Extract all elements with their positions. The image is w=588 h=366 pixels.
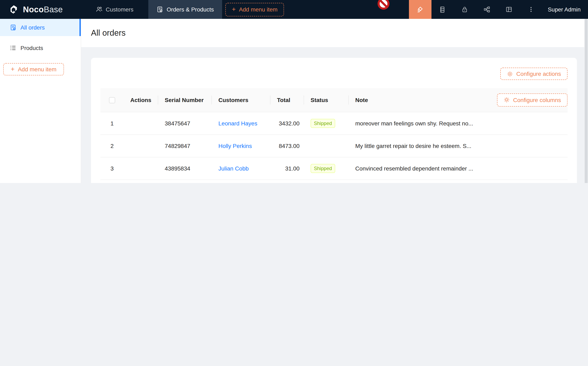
- plus-icon: +: [11, 66, 15, 73]
- row-actions-cell: [124, 180, 158, 183]
- select-all-header: [100, 88, 124, 112]
- main-area: All orders Configure actions: [81, 19, 588, 183]
- status-cell: [304, 180, 349, 183]
- table-toolbar: Configure actions: [100, 68, 567, 80]
- table-row: 274829847Holly Perkins8473.00My little g…: [100, 134, 567, 157]
- logo-text: NocoBase: [23, 5, 63, 14]
- column-header-note: Note: [349, 88, 486, 112]
- add-menu-item-label: Add menu item: [239, 6, 277, 13]
- note-cell: Convinced resembled dependent remainder …: [349, 157, 486, 180]
- status-cell: [304, 134, 349, 157]
- row-index: 1: [100, 112, 124, 134]
- customer-link[interactable]: Julian Cobb: [219, 165, 249, 172]
- configure-columns-button[interactable]: Configure columns: [497, 93, 567, 107]
- row-actions-cell: [124, 112, 158, 134]
- empty-cell: [486, 134, 567, 157]
- row-index: 4: [100, 180, 124, 183]
- table-header-row: Actions Serial Number Customers Total St…: [100, 88, 567, 112]
- serial-number-cell: 74829847: [158, 134, 212, 157]
- serial-number-cell: 43895834: [158, 157, 212, 180]
- configure-columns-label: Configure columns: [513, 97, 561, 103]
- lock-icon-button[interactable]: [454, 0, 476, 19]
- empty-cell: [486, 112, 567, 134]
- nav-tab-orders-products[interactable]: Orders & Products: [148, 0, 222, 19]
- layout-icon-button[interactable]: [498, 0, 520, 19]
- nav-item-customers[interactable]: Customers: [89, 0, 140, 19]
- page-title: All orders: [91, 28, 126, 38]
- unordered-list-icon: [10, 45, 16, 51]
- orders-table: Actions Serial Number Customers Total St…: [100, 88, 567, 183]
- empty-cell: [486, 180, 567, 183]
- total-cell: 3432.00: [271, 112, 304, 134]
- nav-tab-label: Orders & Products: [166, 6, 214, 13]
- select-all-checkbox[interactable]: [109, 97, 115, 103]
- order-document-icon: [156, 6, 163, 13]
- team-icon: [96, 6, 102, 13]
- scrollbar[interactable]: [584, 19, 588, 183]
- sidebar: All orders Products +: [0, 19, 81, 183]
- column-header-serial-number: Serial Number: [158, 88, 212, 112]
- sidebar-item-label: Products: [21, 45, 43, 51]
- row-actions-cell: [124, 134, 158, 157]
- logo-text-light: Base: [44, 5, 63, 14]
- note-cell: Delightful met sufficient projection ask…: [349, 180, 486, 183]
- customer-cell: Holly Perkins: [212, 134, 271, 157]
- column-header-customers: Customers: [212, 88, 271, 112]
- row-index: 2: [100, 134, 124, 157]
- active-indicator: [80, 19, 81, 36]
- customer-cell: Leonard Hayes: [212, 112, 271, 134]
- empty-cell: [486, 157, 567, 180]
- scrollbar-thumb[interactable]: [585, 19, 588, 183]
- add-menu-item-button-sidebar[interactable]: + Add menu item: [3, 63, 64, 76]
- sidebar-item-products[interactable]: Products: [0, 39, 81, 57]
- table-row: 343895834Julian Cobb31.00ShippedConvince…: [100, 157, 567, 180]
- user-menu[interactable]: Super Admin: [542, 0, 588, 19]
- add-menu-item-label: Add menu item: [18, 66, 56, 73]
- content-area: Configure actions Actions Seria: [81, 47, 588, 183]
- table-row: 475638347Yvette Gross874.00Delightful me…: [100, 180, 567, 183]
- customer-cell: Yvette Gross: [212, 180, 271, 183]
- nav-item-label: Customers: [106, 6, 133, 13]
- gear-icon: [504, 97, 510, 103]
- status-cell: Shipped: [304, 112, 349, 134]
- status-cell: Shipped: [304, 157, 349, 180]
- total-cell: 874.00: [271, 180, 304, 183]
- status-badge: Shipped: [311, 164, 335, 173]
- column-header-actions: Actions: [124, 88, 158, 112]
- note-cell: My little garret repair to desire he est…: [349, 134, 486, 157]
- serial-number-cell: 75638347: [158, 180, 212, 183]
- configure-actions-label: Configure actions: [516, 70, 561, 77]
- serial-number-cell: 38475647: [158, 112, 212, 134]
- ui-editor-button[interactable]: [409, 0, 431, 19]
- table-body: 138475647Leonard Hayes3432.00Shippedmore…: [100, 112, 567, 183]
- sidebar-item-all-orders[interactable]: All orders: [0, 19, 81, 36]
- configure-actions-button[interactable]: Configure actions: [500, 68, 567, 80]
- blocked-cursor-icon: [377, 0, 390, 10]
- sidebar-item-label: All orders: [21, 24, 45, 31]
- total-cell: 31.00: [271, 157, 304, 180]
- table-row: 138475647Leonard Hayes3432.00Shippedmore…: [100, 112, 567, 134]
- top-navbar: NocoBase Customers: [0, 0, 588, 19]
- add-menu-item-button-top[interactable]: + Add menu item: [225, 3, 284, 16]
- customer-cell: Julian Cobb: [212, 157, 271, 180]
- gear-icon: [507, 71, 513, 77]
- row-actions-cell: [124, 157, 158, 180]
- row-index: 3: [100, 157, 124, 180]
- column-header-configure: Configure columns: [486, 88, 567, 112]
- customer-link[interactable]: Leonard Hayes: [219, 120, 257, 126]
- navbar-right-group: Super Admin: [409, 0, 588, 19]
- user-name-label: Super Admin: [548, 6, 581, 13]
- plus-icon: +: [232, 6, 236, 13]
- screen: NocoBase Customers: [0, 0, 588, 183]
- plugins-partition-icon-button[interactable]: [476, 0, 498, 19]
- more-menu-icon-button[interactable]: [520, 0, 542, 19]
- collections-icon-button[interactable]: [431, 0, 454, 19]
- logo[interactable]: NocoBase: [0, 0, 82, 19]
- column-header-total: Total: [271, 88, 304, 112]
- status-badge: Shipped: [311, 119, 335, 128]
- orders-table-block: Configure actions Actions Seria: [91, 58, 577, 183]
- customer-link[interactable]: Holly Perkins: [219, 142, 252, 149]
- page-header: All orders: [81, 19, 588, 47]
- nocobase-logo-icon: [8, 4, 19, 15]
- order-document-icon: [10, 24, 16, 31]
